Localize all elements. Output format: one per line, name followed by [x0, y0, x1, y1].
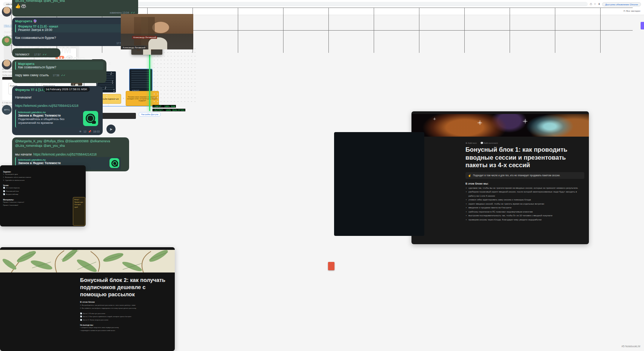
- page-title: Бонусный блок 2: как получать подписчико…: [80, 277, 174, 298]
- block-label: В этом блоке мы:: [465, 182, 584, 185]
- leaf-pattern-svg: [0, 250, 175, 272]
- hand-icon: ☝: [468, 174, 471, 177]
- bonus-callout: Бонус! Промпт для быстрых идей: [73, 197, 85, 226]
- leaf-pattern-cover: [0, 250, 175, 272]
- bullets-list: сделаем так, чтобы вы не тратили время н…: [465, 186, 584, 222]
- speaker-name-label: Александр Литавский: [132, 36, 157, 39]
- nebula-cover-image: [411, 114, 589, 137]
- page-title: Бонусный блок 1: как проводить вводные с…: [465, 146, 584, 169]
- lessons-list: 📄Что такое воронка📄Реактивный блок📄Внутр…: [3, 186, 71, 196]
- items-list: 1. Вы разберётесь, как работают рассылки…: [80, 304, 174, 310]
- add-comment-button[interactable]: 💬 Add comment: [481, 142, 498, 144]
- add-icon-button[interactable]: ⊕ Add icon: [465, 142, 477, 144]
- block-label: В этом блоке: [80, 301, 174, 303]
- screenshot-collage: 歌舞 2. Упаковка ТГ-канала В этом модуле, …: [0, 0, 644, 351]
- card-bonus-block-2: Бонусный блок 2: как получать подписчико…: [0, 247, 175, 351]
- dark-panel: [334, 132, 424, 236]
- callout: ☝ Подходит в том числе и для тех, кто не…: [465, 172, 584, 179]
- parts-list: 📄Часть 1. В чём суть рассылок📄Часть 2. К…: [80, 312, 174, 322]
- materials-list: Промпт «сильные стороны»Промпт «заголовк…: [3, 201, 71, 207]
- card-bonus-block-1: ⊕ Add icon 💬 Add comment Бонусный блок 1…: [411, 111, 589, 244]
- card-lesson-tasks: Задание: 1.Посмотрите урок2.Выпишите себ…: [0, 165, 86, 226]
- outcomes-list: • соберёте базу и запустите свою первую …: [80, 326, 174, 332]
- tasks-list: 1.Посмотрите урок2.Выпишите себе в замет…: [3, 173, 71, 182]
- orange-sticky-square[interactable]: [328, 262, 334, 270]
- share-settings-button[interactable]: Настройки Доступа: [139, 112, 161, 117]
